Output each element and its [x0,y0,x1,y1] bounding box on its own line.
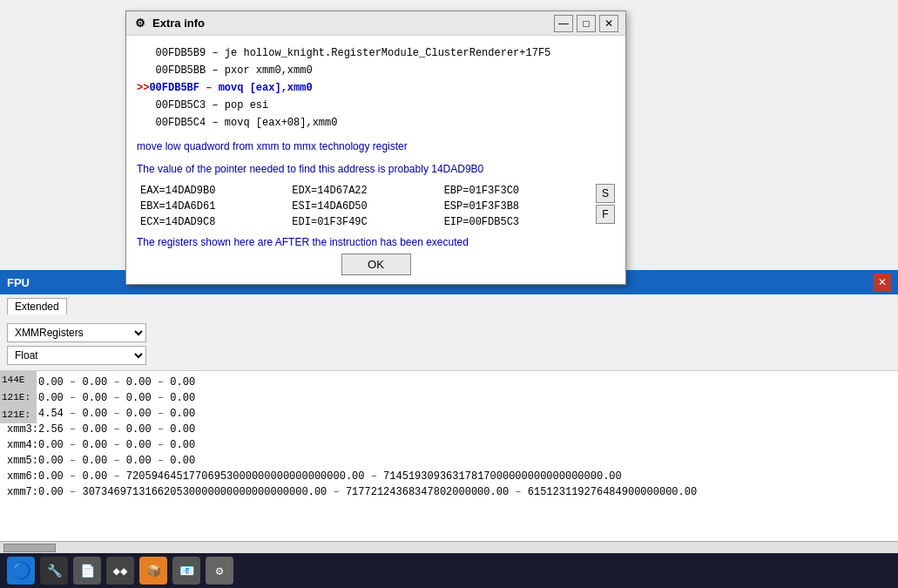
xmm6-line: xmm6:0.00 – 0.00 – 720594645177069530000… [7,469,891,484]
reg-ebx: EBX=14DA6D61 [137,199,288,213]
float-dropdown[interactable]: Float [7,346,146,365]
reg-edx: EDX=14D67A22 [288,184,440,198]
reg-eax: EAX=14DAD9B0 [137,184,288,198]
reg-edi: EDI=01F3F49C [288,215,440,229]
xmm0-line: xmm0:0.00 – 0.00 – 0.00 – 0.00 [7,375,891,390]
addr-labels-panel: 144E 121E: 121E: [0,371,37,423]
reg-ebp: EBP=01F3F3C0 [441,184,592,198]
ok-button[interactable]: OK [341,253,411,275]
dialog-controls: — □ ✕ [554,15,618,32]
registers-content: xmm0:0.00 – 0.00 – 0.00 – 0.00 xmm1:0.00… [7,375,891,500]
s-button[interactable]: S [596,184,615,203]
dialog-body: 00FDB5B9 – je hollow_knight.RegisterModu… [126,36,625,284]
dialog-titlebar: ⚙ Extra info — □ ✕ [126,11,625,36]
reg-esi: ESI=14DA6D50 [288,199,440,213]
fpu-tab-area: Extended [0,294,898,318]
reg-esp: ESP=01F3F3B8 [441,199,592,213]
code-line-2: 00FDB5BB – pxor xmm0,xmm0 [137,62,615,79]
code-line-3-highlighted: >>00FDB5BF – movq [eax],xmm0 [137,79,615,97]
xmm1-line: xmm1:0.00 – 0.00 – 0.00 – 0.00 [7,390,891,406]
dialog-minimize-button[interactable]: — [554,15,573,32]
fpu-title: FPU [7,276,30,289]
xmm5-line: xmm5:0.00 – 0.00 – 0.00 – 0.00 [7,453,891,469]
after-text: The registers shown here are AFTER the i… [137,236,615,248]
settings-icon: ⚙ [133,17,147,30]
f-button[interactable]: F [596,205,615,224]
fpu-dropdowns: XMMRegisters Float [0,318,898,371]
dialog-close-button[interactable]: ✕ [599,15,618,32]
ok-btn-container: OK [137,253,615,275]
taskbar: 🔵 🔧 📄 ◆◆ 📦 📧 ⚙ [0,553,898,588]
addr-label-2: 121E: [0,406,37,423]
reg-ecx: ECX=14DAD9C8 [137,215,288,229]
xmm3-line: xmm3:2.56 – 0.00 – 0.00 – 0.00 [7,422,891,437]
code-line-4: 00FDB5C3 – pop esi [137,97,615,114]
taskbar-icon-6[interactable]: ⚙ [206,557,233,585]
xmm2-line: xmm2:4.54 – 0.00 – 0.00 – 0.00 [7,406,891,422]
fpu-close-button[interactable]: ✕ [874,274,891,291]
taskbar-icon-4[interactable]: 📦 [139,557,167,585]
dialog-title-text: Extra info [152,17,205,30]
xmm-registers-dropdown[interactable]: XMMRegisters [7,323,146,342]
side-buttons: S F [596,184,615,229]
xmm7-line: xmm7:0.00 – 3073469713166205300000000000… [7,484,891,500]
extra-info-dialog: ⚙ Extra info — □ ✕ 00FDB5B9 – je hollow_… [125,10,626,285]
info-text-2: The value of the pointer needed to find … [137,161,615,177]
reg-eip: EIP=00FDB5C3 [441,215,592,229]
scroll-thumb-horizontal[interactable] [3,544,56,552]
horizontal-scrollbar[interactable] [0,541,898,553]
info-text-1: move low quadword from xmm to mmx techno… [137,139,615,154]
dialog-title-left: ⚙ Extra info [133,17,205,30]
taskbar-icon-2[interactable]: 📄 [73,557,101,585]
fpu-extended-tab[interactable]: Extended [7,298,67,314]
taskbar-icon-1[interactable]: 🔧 [40,557,68,585]
addr-label-0: 144E [0,371,37,389]
xmm4-line: xmm4:0.00 – 0.00 – 0.00 – 0.00 [7,437,891,453]
taskbar-icon-3[interactable]: ◆◆ [106,557,134,585]
dialog-maximize-button[interactable]: □ [577,15,596,32]
code-line-1: 00FDB5B9 – je hollow_knight.RegisterModu… [137,44,615,62]
code-line-5: 00FDB5C4 – movq [eax+08],xmm0 [137,114,615,132]
registers-and-buttons: EAX=14DAD9B0 EDX=14D67A22 EBP=01F3F3C0 E… [137,184,615,229]
taskbar-icon-5[interactable]: 📧 [172,557,200,585]
addr-label-1: 121E: [0,389,37,406]
registers-grid: EAX=14DAD9B0 EDX=14D67A22 EBP=01F3F3C0 E… [137,184,592,229]
taskbar-icon-0[interactable]: 🔵 [7,557,35,585]
